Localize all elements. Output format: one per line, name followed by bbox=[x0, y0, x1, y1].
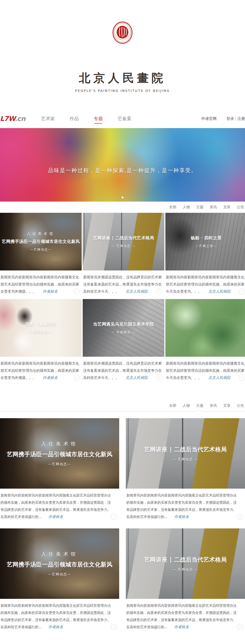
card-thumbnail-interior[interactable]: 入住美术馆 艺网携手汤臣一品引领城市居住文化新风 —艺网动态— bbox=[0, 213, 82, 270]
like-button[interactable]: ♡ bbox=[74, 375, 80, 381]
card-author-link[interactable]: 作者姓名 bbox=[174, 625, 189, 629]
card-title: 宿哲 · 青春时代 bbox=[25, 321, 56, 327]
card-thumbnail-painting[interactable] bbox=[165, 299, 245, 357]
filter-tab-all[interactable]: 全部 bbox=[169, 403, 176, 408]
card-tag: —艺网动态— bbox=[48, 572, 71, 577]
card-author-link[interactable]: 作者姓名 bbox=[48, 515, 63, 519]
filter-tab-topic[interactable]: 主题 bbox=[196, 205, 203, 209]
card-author-link[interactable]: 北京人民画院 bbox=[208, 289, 230, 293]
topic-card[interactable]: 艺网讲座 | 二战后当代艺术格局 — 艺网动态 — 新闻资讯内容新闻资讯内容新闻… bbox=[126, 418, 245, 524]
filter-tab-people[interactable]: 人物 bbox=[183, 403, 190, 408]
nav-right-group: 申请官网 登录 | 注册 bbox=[201, 116, 245, 121]
news-card-grid: 入住美术馆 艺网携手汤臣一品引领城市居住文化新风 —艺网动态— 新闻资讯内容新闻… bbox=[0, 213, 245, 385]
card-description: 新闻资讯内容新闻资讯内容新闻资讯内容随着文化部艺术品经营管理办法的颁布实施，由原… bbox=[1, 492, 113, 520]
nav-item-registry[interactable]: 艺备案 bbox=[118, 116, 131, 122]
card-overlay: 杨勋 · 四时之景 —艺网之星— bbox=[165, 213, 245, 270]
filter-section-2: 全部 人物 主题 资讯 文章 公告 bbox=[0, 400, 245, 412]
news-card[interactable]: 艺网讲座 | 二战后当代艺术格局 — 艺网动态 — 新闻资讯并溯源追责因此，没有… bbox=[83, 213, 164, 299]
card-description: 新闻资讯内容新闻资讯内容新闻资讯内容随着文化部艺术品经营管理办法的颁布实施，由原… bbox=[126, 492, 239, 520]
card-thumbnail-building[interactable]: 当艺网遇见乌克兰国立美术学院 — 专题精选 — bbox=[83, 299, 164, 357]
ltw-logo[interactable]: L7W.cn bbox=[0, 115, 25, 122]
card-overlay bbox=[165, 299, 245, 357]
topic-card[interactable]: 艺网讲座 | 二战后当代艺术格局 — 艺网动态 — 新闻资讯内容新闻资讯内容新闻… bbox=[126, 528, 245, 635]
topic-card[interactable]: 入住美术馆 艺网携手汤臣一品引领城市居住文化新风 —艺网动态— 新闻资讯内容新闻… bbox=[0, 418, 119, 524]
card-description: 新闻资讯内容新闻资讯内容新闻资讯内容随着文化部艺术品经营管理办法的颁布实施，由原… bbox=[1, 274, 79, 295]
card-subtitle: 入住美术馆 bbox=[41, 551, 78, 558]
like-button[interactable]: ♡ bbox=[111, 624, 117, 630]
card-author-link[interactable]: 北京人民画院 bbox=[126, 289, 148, 293]
card-thumbnail-portrait[interactable]: 宿哲 · 青春时代 —艺网之星— bbox=[0, 299, 82, 357]
filter-tab-notices[interactable]: 公告 bbox=[237, 205, 244, 209]
card-body: 新闻资讯并溯源追责因此，没有品牌意识的艺术家没有备案来源的艺术品，将逐渐失去市场… bbox=[83, 357, 164, 385]
card-thumbnail-gallery[interactable]: 艺网讲座 | 二战后当代艺术格局 — 艺网动态 — bbox=[83, 213, 164, 270]
like-button[interactable]: ♡ bbox=[239, 288, 245, 294]
news-card[interactable]: 入住美术馆 艺网携手汤臣一品引领城市居住文化新风 —艺网动态— 新闻资讯内容新闻… bbox=[0, 213, 82, 299]
nav-item-topics[interactable]: 专题 bbox=[94, 116, 103, 122]
logo-text-suffix: .cn bbox=[15, 115, 25, 122]
like-button[interactable]: ♡ bbox=[156, 288, 162, 294]
carousel-dot[interactable] bbox=[121, 196, 124, 199]
news-card[interactable]: 宿哲 · 青春时代 —艺网之星— 新闻资讯内容新闻资讯内容新闻资讯内容随着文化部… bbox=[0, 299, 82, 385]
nav-item-artists[interactable]: 艺术家 bbox=[41, 116, 55, 122]
card-title: 艺网携手汤臣一品引领城市居住文化新风 bbox=[7, 450, 113, 458]
like-button[interactable]: ♡ bbox=[156, 375, 162, 381]
card-title: 艺网讲座 | 二战后当代艺术格局 bbox=[93, 235, 154, 241]
page-bottom-spacer bbox=[0, 635, 245, 644]
card-thumbnail-gallery[interactable]: 艺网讲座 | 二战后当代艺术格局 — 艺网动态 — bbox=[126, 418, 245, 489]
news-card[interactable]: 杨勋 · 四时之景 —艺网之星— 新闻资讯内容新闻资讯内容新闻资讯内容随着文化部… bbox=[165, 213, 245, 299]
like-button[interactable]: ♡ bbox=[111, 514, 117, 520]
heart-icon: ♡ bbox=[75, 376, 78, 379]
news-card[interactable]: 当艺网遇见乌克兰国立美术学院 — 专题精选 — 新闻资讯并溯源追责因此，没有品牌… bbox=[83, 299, 164, 385]
card-body: 新闻资讯内容新闻资讯内容新闻资讯内容随着文化部艺术品经营管理办法的颁布实施，由原… bbox=[165, 270, 245, 299]
card-author-link[interactable]: 作者姓名 bbox=[174, 515, 189, 519]
card-tag: —艺网之星— bbox=[30, 330, 52, 335]
card-overlay: 入住美术馆 艺网携手汤臣一品引领城市居住文化新风 —艺网动态— bbox=[0, 418, 119, 489]
card-body: 新闻资讯内容新闻资讯内容新闻资讯内容随着文化部艺术品经营管理办法的颁布实施，由原… bbox=[0, 270, 82, 299]
heart-icon: ♡ bbox=[158, 290, 161, 293]
filter-tab-news[interactable]: 资讯 bbox=[210, 403, 217, 408]
filter-tab-people[interactable]: 人物 bbox=[183, 205, 190, 209]
card-tag: — 艺网动态 — bbox=[172, 567, 198, 572]
news-card[interactable]: 新闻资讯内容新闻资讯内容新闻资讯内容随着文化部艺术品经营管理办法的颁布实施，由原… bbox=[165, 299, 245, 385]
card-thumbnail-interior[interactable]: 入住美术馆 艺网携手汤臣一品引领城市居住文化新风 —艺网动态— bbox=[0, 418, 119, 489]
card-title: 艺网讲座 | 二战后当代艺术格局 bbox=[144, 556, 227, 564]
card-subtitle: 入住美术馆 bbox=[41, 441, 78, 447]
card-thumbnail-interior[interactable]: 入住美术馆 艺网携手汤臣一品引领城市居住文化新风 —艺网动态— bbox=[0, 528, 119, 599]
hero-banner[interactable]: 品味是一种过程，是一种探索,是一种提升，是一种享受。 bbox=[0, 128, 245, 202]
like-button[interactable]: ♡ bbox=[74, 288, 80, 294]
nav-item-works[interactable]: 作品 bbox=[70, 116, 79, 122]
login-register-divider: | bbox=[235, 116, 236, 121]
heart-icon: ♡ bbox=[239, 515, 241, 518]
card-overlay: 当艺网遇见乌克兰国立美术学院 — 专题精选 — bbox=[83, 299, 164, 357]
card-author-link[interactable]: 作者姓名 bbox=[43, 376, 58, 380]
card-author-link[interactable]: 北京人民画院 bbox=[126, 376, 148, 380]
filter-tab-articles[interactable]: 文章 bbox=[223, 403, 230, 408]
like-button[interactable]: ♡ bbox=[237, 624, 243, 630]
topic-card-grid: 入住美术馆 艺网携手汤臣一品引领城市居住文化新风 —艺网动态— 新闻资讯内容新闻… bbox=[0, 418, 245, 635]
card-overlay: 宿哲 · 青春时代 —艺网之星— bbox=[0, 299, 82, 357]
card-author-link[interactable]: 作者姓名 bbox=[43, 289, 58, 293]
filter-tab-news[interactable]: 资讯 bbox=[210, 205, 217, 209]
login-link[interactable]: 登录 bbox=[226, 116, 234, 121]
card-title: 艺网讲座 | 二战后当代艺术格局 bbox=[144, 445, 227, 453]
card-description: 新闻资讯内容新闻资讯内容新闻资讯内容随着文化部艺术品经营管理办法的颁布实施，由原… bbox=[1, 360, 79, 381]
card-thumbnail-portrait[interactable]: 杨勋 · 四时之景 —艺网之星— bbox=[165, 213, 245, 270]
card-author-link[interactable]: 北京人民画院 bbox=[208, 376, 230, 380]
like-button[interactable]: ♡ bbox=[239, 375, 245, 381]
filter-tab-all[interactable]: 全部 bbox=[169, 205, 176, 209]
card-tag: —艺网之星— bbox=[195, 244, 217, 248]
filter-tab-notices[interactable]: 公告 bbox=[237, 403, 244, 408]
filter-tab-articles[interactable]: 文章 bbox=[223, 205, 230, 209]
card-thumbnail-gallery[interactable]: 艺网讲座 | 二战后当代艺术格局 — 艺网动态 — bbox=[126, 528, 245, 599]
logo-text-main: L7W bbox=[0, 115, 15, 122]
card-body: 新闻资讯内容新闻资讯内容新闻资讯内容随着文化部艺术品经营管理办法的颁布实施，由原… bbox=[0, 489, 119, 524]
register-link[interactable]: 注册 bbox=[237, 116, 245, 121]
heart-icon: ♡ bbox=[241, 376, 243, 379]
card-overlay: 入住美术馆 艺网携手汤臣一品引领城市居住文化新风 —艺网动态— bbox=[0, 213, 82, 270]
like-button[interactable]: ♡ bbox=[237, 514, 243, 520]
filter-tab-topic[interactable]: 主题 bbox=[196, 403, 203, 408]
card-author-link[interactable]: 作者姓名 bbox=[48, 625, 63, 629]
apply-official-site-link[interactable]: 申请官网 bbox=[201, 116, 217, 121]
topic-card[interactable]: 入住美术馆 艺网携手汤臣一品引领城市居住文化新风 —艺网动态— 新闻资讯内容新闻… bbox=[0, 528, 119, 635]
card-body: 新闻资讯并溯源追责因此，没有品牌意识的艺术家没有备案来源的艺术品，将逐渐失去市场… bbox=[83, 270, 164, 299]
